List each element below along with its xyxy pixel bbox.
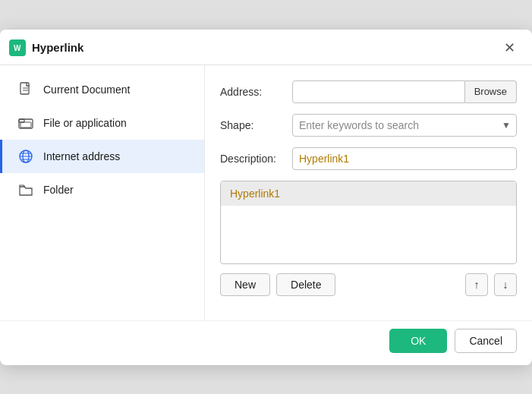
close-button[interactable]: ✕ [499,37,520,58]
sidebar-label-internet-address: Internet address [43,150,120,162]
move-down-button[interactable]: ↓ [494,273,517,296]
main-panel: Address: Browse Shape: Enter keywords to… [205,65,532,320]
description-input[interactable] [292,147,517,170]
address-label: Address: [220,86,292,98]
move-up-button[interactable]: ↑ [465,273,488,296]
dialog-title: Hyperlink [32,41,83,54]
file-icon [17,115,34,131]
new-button[interactable]: New [220,273,270,296]
sidebar-label-current-document: Current Document [43,84,130,96]
sidebar-item-current-document[interactable]: Current Document [0,73,204,106]
title-bar-left: W Hyperlink [9,39,83,56]
sidebar-label-folder: Folder [43,184,74,196]
sidebar-item-file-or-application[interactable]: File or application [0,106,204,140]
sidebar: Current Document File or application [0,65,205,320]
internet-icon [17,148,34,165]
app-icon: W [9,39,26,56]
folder-icon [17,181,34,198]
shape-select-container: Enter keywords to search ▼ [292,114,517,137]
description-row: Description: [220,147,517,170]
svg-text:W: W [14,44,21,52]
ok-button[interactable]: OK [389,329,447,353]
svg-rect-6 [19,119,24,122]
sidebar-item-internet-address[interactable]: Internet address [0,140,204,173]
svg-rect-7 [20,122,31,128]
dialog-footer: OK Cancel [0,320,532,365]
dialog-body: Current Document File or application [0,65,532,320]
address-input[interactable] [292,80,465,103]
document-icon [17,81,34,98]
address-input-group: Browse [292,80,517,103]
sidebar-label-file-or-application: File or application [43,117,127,129]
address-row: Address: Browse [220,80,517,103]
list-item[interactable]: Hyperlink1 [221,181,516,206]
shape-select[interactable]: Enter keywords to search [292,114,517,137]
title-bar: W Hyperlink ✕ [0,30,532,65]
svg-rect-5 [19,119,33,128]
browse-button[interactable]: Browse [465,80,517,103]
cancel-button[interactable]: Cancel [455,329,517,353]
description-label: Description: [220,153,292,165]
shape-row: Shape: Enter keywords to search ▼ [220,114,517,137]
delete-button[interactable]: Delete [276,273,335,296]
sidebar-item-folder[interactable]: Folder [0,173,204,206]
list-actions: New Delete ↑ ↓ [220,273,517,296]
shape-label: Shape: [220,119,292,131]
hyperlink-dialog: W Hyperlink ✕ Current Document [0,30,532,365]
links-list: Hyperlink1 [220,181,517,264]
